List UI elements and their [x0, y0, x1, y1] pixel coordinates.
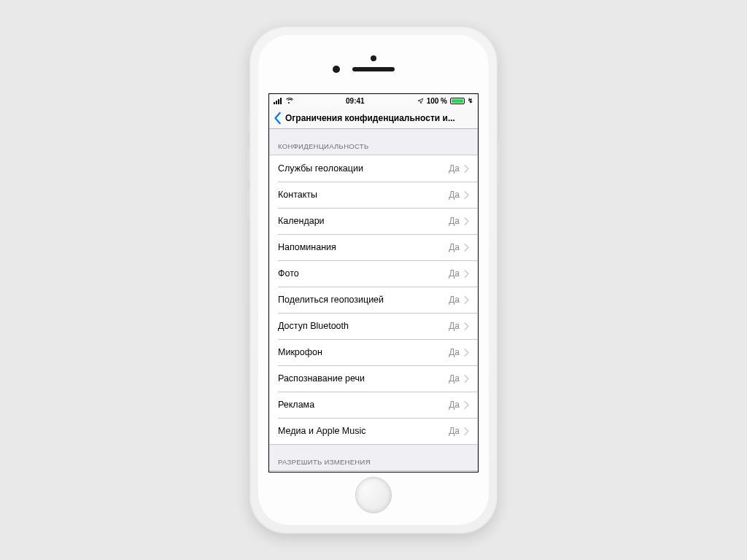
row-label: Календари [278, 216, 449, 226]
chevron-right-icon [464, 322, 469, 330]
changes-row[interactable]: Код-пароляДа [269, 471, 478, 472]
privacy-row[interactable]: КонтактыДа [269, 182, 478, 208]
page-title: Ограничения конфиденциальности и... [285, 113, 455, 123]
row-label: Реклама [278, 400, 449, 410]
row-label: Медиа и Apple Music [278, 426, 449, 436]
volume-up-button [247, 149, 249, 181]
chevron-right-icon [464, 375, 469, 383]
row-value: Да [449, 400, 460, 410]
row-value: Да [449, 347, 460, 357]
chevron-right-icon [464, 427, 469, 435]
privacy-row[interactable]: Доступ BluetoothДа [269, 313, 478, 339]
row-value: Да [449, 373, 460, 384]
row-label: Фото [278, 268, 449, 279]
privacy-row[interactable]: Медиа и Apple MusicДа [269, 418, 478, 444]
row-value: Да [449, 190, 460, 200]
chevron-right-icon [464, 165, 469, 173]
row-value: Да [449, 295, 460, 305]
chevron-right-icon [464, 296, 469, 304]
volume-down-button [247, 188, 249, 220]
row-label: Напоминания [278, 242, 449, 252]
privacy-row[interactable]: Распознавание речиДа [269, 365, 478, 392]
phone-device-frame: 09:41 100 % ↯ Ограничения конфиденциальн… [249, 26, 498, 534]
privacy-row[interactable]: Поделиться геопозициейДа [269, 287, 478, 313]
cellular-signal-icon [274, 98, 282, 104]
changes-list: Код-пароляДа [269, 470, 478, 472]
privacy-row[interactable]: КалендариДа [269, 208, 478, 234]
phone-screen: 09:41 100 % ↯ Ограничения конфиденциальн… [268, 93, 479, 472]
location-icon [417, 98, 424, 104]
row-label: Поделиться геопозицией [278, 295, 449, 305]
row-value: Да [449, 426, 460, 436]
row-value: Да [449, 268, 460, 279]
earpiece-speaker [352, 67, 395, 71]
chevron-right-icon [464, 270, 469, 278]
chevron-left-icon [274, 112, 282, 125]
settings-content[interactable]: КОНФИДЕНЦИАЛЬНОСТЬ Службы геолокацииДаКо… [269, 129, 478, 472]
privacy-list: Службы геолокацииДаКонтактыДаКалендариДа… [269, 155, 478, 445]
chevron-right-icon [464, 401, 469, 409]
row-value: Да [449, 242, 460, 252]
privacy-row[interactable]: РекламаДа [269, 392, 478, 418]
phone-bezel: 09:41 100 % ↯ Ограничения конфиденциальн… [258, 35, 489, 525]
section-header-changes: РАЗРЕШИТЬ ИЗМЕНЕНИЯ [269, 445, 478, 470]
privacy-row[interactable]: Службы геолокацииДа [269, 155, 478, 182]
home-button[interactable] [355, 477, 392, 513]
privacy-row[interactable]: НапоминанияДа [269, 234, 478, 260]
battery-icon [450, 98, 465, 104]
chevron-right-icon [464, 244, 469, 252]
row-label: Службы геолокации [278, 163, 449, 174]
row-value: Да [449, 321, 460, 331]
row-label: Контакты [278, 190, 449, 200]
power-button [498, 141, 500, 185]
row-label: Распознавание речи [278, 373, 449, 384]
back-button[interactable] [274, 112, 282, 125]
battery-percent: 100 % [427, 97, 447, 105]
charging-icon: ↯ [468, 98, 473, 104]
row-label: Доступ Bluetooth [278, 321, 449, 331]
status-bar: 09:41 100 % ↯ [269, 94, 478, 107]
chevron-right-icon [464, 217, 469, 225]
proximity-sensor [371, 55, 376, 61]
privacy-row[interactable]: МикрофонДа [269, 339, 478, 365]
mute-switch [247, 114, 249, 131]
section-header-privacy: КОНФИДЕНЦИАЛЬНОСТЬ [269, 129, 478, 155]
row-label: Микрофон [278, 347, 449, 357]
row-value: Да [449, 163, 460, 174]
navigation-bar: Ограничения конфиденциальности и... [269, 107, 478, 129]
chevron-right-icon [464, 191, 469, 199]
status-time: 09:41 [293, 97, 417, 105]
wifi-icon [285, 98, 293, 104]
privacy-row[interactable]: ФотоДа [269, 260, 478, 287]
front-camera [333, 66, 340, 73]
row-value: Да [449, 216, 460, 226]
chevron-right-icon [464, 349, 469, 357]
